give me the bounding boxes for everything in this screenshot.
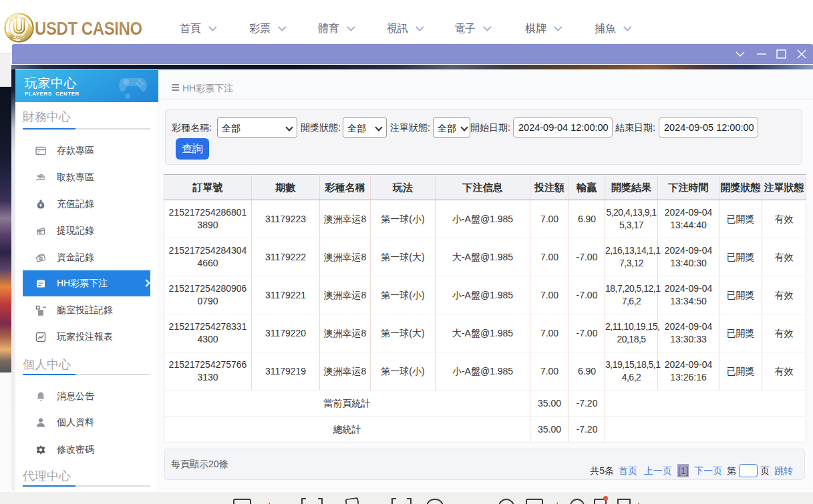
svg-text:¥: ¥: [39, 203, 42, 208]
svg-text:CASINO: CASINO: [13, 36, 25, 39]
